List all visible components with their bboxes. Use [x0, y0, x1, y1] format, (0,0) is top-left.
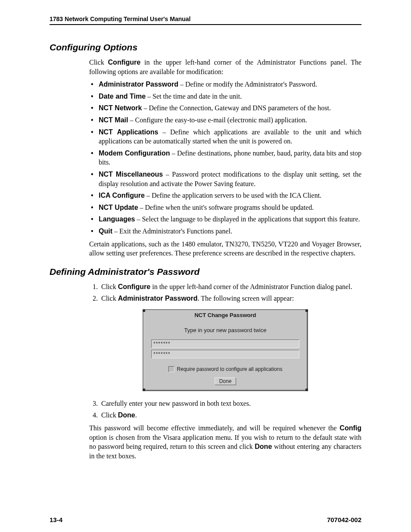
section-defining-password-heading: Defining Administrator's Password — [50, 267, 361, 277]
password-input-2[interactable]: ******* — [151, 350, 299, 358]
term: NCT Network — [99, 104, 142, 112]
require-password-checkbox[interactable] — [168, 366, 174, 372]
text: Click — [101, 295, 118, 302]
page-header: 1783 Network Computing Terminal User's M… — [50, 16, 361, 25]
section-configuring-options-heading: Configuring Options — [50, 42, 361, 53]
desc: – Set the time and date in the unit. — [146, 93, 242, 100]
desc: – Exit the Administrator's Functions pan… — [112, 227, 232, 235]
list-item: NCT Miscellaneous – Password protect mod… — [89, 170, 361, 188]
list-item: NCT Update – Define when the unit's soft… — [89, 203, 361, 212]
configure-term: Configure — [118, 283, 151, 290]
done-term: Done — [118, 411, 135, 419]
done-term: Done — [255, 443, 272, 450]
options-list: Administrator Password – Define or modif… — [89, 80, 361, 236]
dialog-corner-icon — [143, 389, 145, 391]
term: Date and Time — [99, 93, 146, 100]
list-item: Modem Configuration – Define destination… — [89, 149, 361, 167]
closing-paragraph: This password will become effective imme… — [89, 423, 361, 460]
list-item: NCT Network – Define the Connection, Gat… — [89, 103, 361, 113]
text: Click — [101, 411, 118, 419]
dialog-corner-icon — [305, 389, 308, 391]
list-item: Administrator Password – Define or modif… — [89, 80, 361, 89]
list-item: Languages – Select the language to be di… — [89, 215, 361, 224]
password-input-1[interactable]: ******* — [151, 339, 299, 348]
outro-paragraph: Certain applications, such as the 1480 e… — [89, 240, 361, 258]
text: . — [135, 411, 137, 419]
term: NCT Miscellaneous — [99, 171, 163, 178]
change-password-dialog: NCT Change Password Type in your new pas… — [143, 309, 308, 391]
term: Administrator Password — [99, 81, 178, 88]
term: ICA Configure — [99, 192, 145, 199]
step-4: Click Done. — [100, 411, 361, 420]
term: Languages — [99, 215, 135, 223]
dialog-corner-icon — [143, 309, 145, 312]
text: This password will become effective imme… — [89, 424, 339, 432]
term: NCT Applications — [99, 128, 159, 136]
desc: – Define or modify the Administrator's P… — [178, 81, 317, 88]
configure-term: Configure — [108, 59, 141, 66]
desc: – Define when the unit's software progra… — [138, 204, 314, 211]
term: Modem Configuration — [99, 149, 170, 157]
step-2: Click Administrator Password. The follow… — [100, 294, 361, 303]
text: in the upper left-hand corner of the Adm… — [150, 283, 352, 290]
admin-password-term: Administrator Password — [118, 295, 198, 302]
desc: – Define the Connection, Gateway and DNS… — [142, 104, 331, 112]
dialog-corner-icon — [305, 309, 308, 312]
list-item: Date and Time – Set the time and date in… — [89, 92, 361, 101]
term: NCT Update — [99, 204, 138, 211]
config-term: Config — [339, 424, 361, 432]
list-item: NCT Mail – Configure the easy-to-use e-m… — [89, 115, 361, 125]
desc: – Select the language to be displayed in… — [135, 215, 360, 223]
text: Click — [101, 283, 118, 290]
desc: – Define the application servers to be u… — [145, 192, 321, 199]
desc: – Configure the easy-to-use e-mail (elec… — [128, 116, 307, 124]
step-1: Click Configure in the upper left-hand c… — [100, 282, 361, 292]
text: . The following screen will appear: — [198, 295, 294, 302]
checkbox-label: Require password to configure all applic… — [177, 366, 283, 372]
dialog-instruction: Type in your new password twice — [143, 321, 307, 338]
step-3: Carefully enter your new password in bot… — [100, 399, 361, 408]
page-number: 13-4 — [50, 516, 62, 523]
list-item: ICA Configure – Define the application s… — [89, 191, 361, 200]
term: NCT Mail — [99, 116, 128, 124]
steps-list: Click Configure in the upper left-hand c… — [89, 282, 361, 303]
list-item: Quit – Exit the Administrator's Function… — [89, 227, 361, 236]
text: Click — [89, 59, 108, 66]
dialog-title: NCT Change Password — [143, 310, 307, 321]
document-number: 707042-002 — [327, 516, 361, 523]
steps-list-cont: Carefully enter your new password in bot… — [89, 399, 361, 420]
list-item: NCT Applications – Define which applicat… — [89, 128, 361, 146]
term: Quit — [99, 227, 112, 235]
intro-paragraph: Click Configure in the upper left-hand c… — [89, 58, 361, 76]
done-button[interactable]: Done — [215, 377, 237, 385]
